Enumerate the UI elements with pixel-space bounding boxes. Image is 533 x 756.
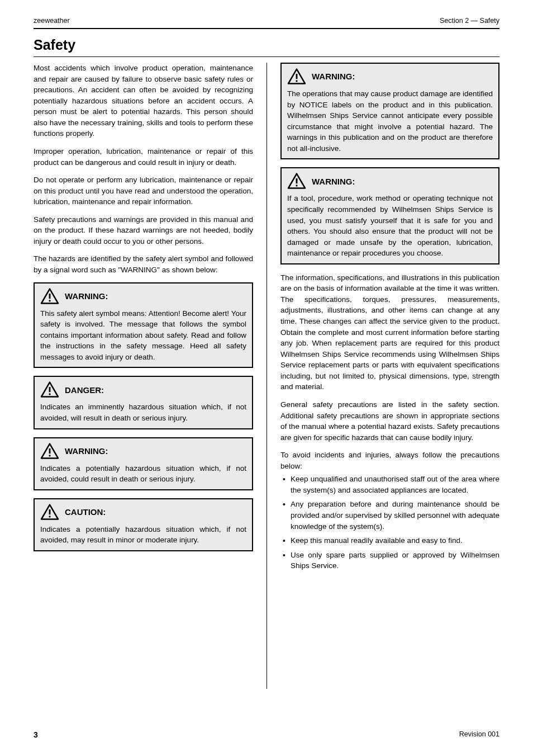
body-text: The information, specifications, and ill… <box>280 272 499 393</box>
body-text: Most accidents which involve product ope… <box>34 63 253 139</box>
rule-top <box>34 28 499 29</box>
warning-icon <box>287 173 306 190</box>
list-item: Use only spare parts supplied or approve… <box>280 550 499 571</box>
warning-box: WARNING: The operations that may cause p… <box>280 63 499 159</box>
warning-body: Indicates a potentially hazardous situat… <box>40 464 246 484</box>
warning-icon <box>40 504 59 521</box>
rule-under-title <box>34 56 499 57</box>
body-text: The hazards are identified by the safety… <box>34 253 253 275</box>
warning-body: Indicates an imminently hazardous situat… <box>40 403 246 422</box>
warning-body: This safety alert symbol means: Attentio… <box>40 309 246 361</box>
warning-icon <box>40 381 59 398</box>
svg-rect-10 <box>296 178 298 183</box>
warning-box: WARNING: Indicates a potentially hazardo… <box>34 437 253 490</box>
warning-box: CAUTION: Indicates a potentially hazardo… <box>34 498 253 551</box>
column-left: Most accidents which involve product ope… <box>34 63 266 689</box>
section-title: Safety <box>34 37 499 53</box>
warning-icon <box>287 68 306 85</box>
warning-label: CAUTION: <box>65 506 106 518</box>
list-item: Keep this manual readily available and e… <box>280 535 499 546</box>
warning-body: The operations that may cause product da… <box>287 89 493 153</box>
revision-label: Revision 001 <box>459 730 499 739</box>
svg-point-5 <box>49 455 50 456</box>
body-text: Improper operation, lubrication, mainten… <box>34 146 253 168</box>
warning-body: If a tool, procedure, work method or ope… <box>287 194 493 257</box>
warning-box: WARNING: If a tool, procedure, work meth… <box>280 167 499 264</box>
page-number: 3 <box>34 730 38 739</box>
warning-label: WARNING: <box>312 70 355 83</box>
warning-body: Indicates a potentially hazardous situat… <box>40 525 246 545</box>
svg-rect-6 <box>49 509 51 514</box>
body-text: To avoid incidents and injuries, always … <box>280 450 499 471</box>
body-text: Do not operate or perform any lubricatio… <box>34 174 253 207</box>
list-item: Keep unqualified and unauthorised staff … <box>280 474 499 495</box>
svg-point-11 <box>296 185 297 187</box>
product-name: zeeweather <box>34 17 70 25</box>
warning-icon <box>40 443 59 460</box>
warning-box: WARNING: This safety alert symbol means:… <box>34 282 253 368</box>
svg-point-3 <box>49 394 50 395</box>
list-item: Any preparation before and during mainte… <box>280 499 499 532</box>
warning-label: WARNING: <box>312 176 355 188</box>
svg-rect-8 <box>296 74 298 79</box>
warning-label: DANGER: <box>65 384 104 396</box>
svg-rect-2 <box>49 387 51 392</box>
svg-rect-0 <box>49 294 51 299</box>
body-text: General safety precautions are listed in… <box>280 399 499 443</box>
warning-icon <box>40 288 59 305</box>
bullet-list: Keep unqualified and unauthorised staff … <box>280 474 499 571</box>
body-text: Safety precautions and warnings are prov… <box>34 214 253 247</box>
svg-point-1 <box>49 300 50 301</box>
warning-label: WARNING: <box>65 445 108 457</box>
svg-point-7 <box>49 516 50 517</box>
warning-label: WARNING: <box>65 290 108 303</box>
svg-rect-4 <box>49 448 51 453</box>
warning-box: DANGER: Indicates an imminently hazardou… <box>34 376 253 429</box>
column-right: WARNING: The operations that may cause p… <box>266 63 499 689</box>
section-label: Section 2 — Safety <box>440 17 499 25</box>
svg-point-9 <box>296 80 297 82</box>
